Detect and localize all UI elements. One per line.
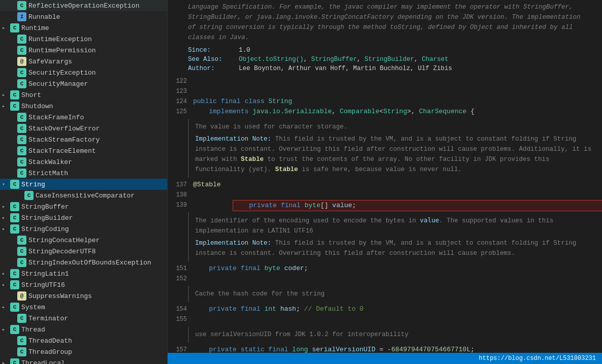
sidebar-item-stringdecoderutf8[interactable]: CStringDecoderUTF8 — [0, 246, 167, 257]
sidebar-item-label: Shutdown — [21, 103, 167, 110]
arrow-icon: ▸ — [2, 25, 10, 31]
class-icon: C — [17, 347, 26, 356]
sidebar-item-label: StackFrameInfo — [28, 114, 167, 121]
sidebar-item-label: SecurityManager — [28, 80, 167, 88]
code-section-class: 122 123 124 125 public final class Strin… — [168, 76, 602, 117]
arrow-icon: ▸ — [2, 204, 10, 210]
class-icon: C — [24, 191, 34, 200]
line-num-151: 151 — [172, 263, 187, 274]
sidebar-item-strictmath[interactable]: CStrictMath — [0, 168, 167, 179]
sidebar-item-terminator[interactable]: CTerminator — [0, 313, 167, 324]
sidebar-item-label: ThreadGroup — [28, 348, 167, 356]
sidebar-item-label: Short — [21, 91, 167, 99]
sidebar-item-label: StringIndexOutOfBoundsException — [28, 259, 167, 267]
sidebar-item-stackwalker[interactable]: CStackWalker — [0, 156, 167, 168]
sidebar-item-short[interactable]: ▸CShort — [0, 89, 167, 101]
sidebar-item-stringcoding[interactable]: ▸CStringCoding — [0, 223, 167, 235]
sidebar-item-shutdown[interactable]: ▸CShutdown — [0, 101, 167, 112]
class-icon: C — [17, 1, 26, 10]
sidebar-item-label: StringDecoderUTF8 — [28, 248, 167, 255]
sidebar-item-stringbuffer[interactable]: ▸CStringBuffer — [0, 201, 167, 212]
class-icon: C — [10, 358, 19, 364]
sidebar-item-label: ThreadLocal — [21, 359, 167, 365]
author-label: Author: — [188, 65, 239, 72]
class-icon: @ — [17, 291, 26, 301]
class-icon: C — [10, 280, 19, 289]
arrow-icon: ▸ — [2, 103, 10, 109]
sidebar-item-runnable[interactable]: IRunnable — [0, 11, 167, 22]
doc-block-2: The identifier of the encoding used to e… — [188, 212, 602, 261]
code-line-123 — [193, 86, 594, 96]
line-num-155: 155 — [172, 314, 187, 324]
sidebar-item-threaddeath[interactable]: CThreadDeath — [0, 335, 167, 346]
line-num-122: 122 — [172, 76, 187, 86]
sidebar-item-stackstreamfactory[interactable]: CStackStreamFactory — [0, 134, 167, 145]
sidebar-item-runtimepermission[interactable]: CRuntimePermission — [0, 45, 167, 56]
sidebar-item-label: ThreadDeath — [28, 337, 167, 345]
sidebar-item-label: StringConcatHelper — [28, 237, 167, 244]
sidebar-item-stackoverflowerror[interactable]: CStackOverflowError — [0, 123, 167, 134]
sidebar-item-caseinsensitivecomparator[interactable]: CCaseInsensitiveComparator — [0, 190, 167, 201]
code-section-hash: 154 155 private final int hash; // Defau… — [168, 304, 602, 324]
sidebar-item-string[interactable]: ▾CString — [0, 179, 167, 190]
sidebar-item-thread[interactable]: ▸CThread — [0, 324, 167, 335]
class-icon: C — [10, 224, 19, 234]
arrow-icon: ▾ — [2, 181, 10, 187]
see-also-label: See Also: — [188, 56, 239, 63]
doc1-text: The value is used for character storage. — [195, 122, 596, 132]
doc-block-3: Cache the hash code for the string — [188, 286, 602, 302]
content-area[interactable]: Language Specification. For example, the… — [168, 0, 602, 353]
doc3-text: Cache the hash code for the string — [195, 289, 596, 299]
sidebar-item-threadlocal[interactable]: ▸CThreadLocal — [0, 357, 167, 364]
sidebar-item-system[interactable]: ▸CSystem — [0, 302, 167, 313]
line-num-123: 123 — [172, 86, 187, 96]
sidebar-item-stacktraceelement[interactable]: CStackTraceElement — [0, 145, 167, 156]
class-icon: C — [17, 169, 26, 178]
class-icon: C — [10, 325, 19, 334]
doc2-impl-note-row: Implementation Note: This field is trust… — [195, 238, 596, 258]
code-line-125: implements java.io.Serializable, Compara… — [193, 107, 594, 117]
sidebar-item-label: RuntimeException — [28, 36, 167, 43]
class-icon: C — [17, 258, 26, 267]
class-icon: C — [17, 68, 26, 77]
line-num-124: 124 — [172, 96, 187, 107]
sidebar-item-stringbuilder[interactable]: ▸CStringBuilder — [0, 212, 167, 223]
class-icon: C — [17, 247, 26, 256]
line-num-157: 157 — [172, 345, 187, 353]
line-num-137: 137 — [172, 180, 187, 190]
class-icon: C — [17, 135, 26, 144]
sidebar-item-securitymanager[interactable]: CSecurityManager — [0, 78, 167, 89]
sidebar-item-label: String — [21, 181, 167, 188]
sidebar-item-stackframeinfo[interactable]: CStackFrameInfo — [0, 112, 167, 123]
footer-url: https://blog.csdn.net/L531003231 — [479, 355, 596, 362]
sidebar-item-reflectiveoperationexception[interactable]: CReflectiveOperationException — [0, 0, 167, 11]
doc1-impl-note-row: Implementation Note: This field is trust… — [195, 134, 596, 175]
sidebar-item-stringutf16[interactable]: ▸CStringUTF16 — [0, 279, 167, 290]
sidebar-item-stringlatin1[interactable]: ▸CStringLatin1 — [0, 268, 167, 279]
sidebar-item-stringconcathelper[interactable]: CStringConcatHelper — [0, 235, 167, 246]
sidebar-item-label: StringCoding — [21, 225, 167, 233]
sidebar-item-label: ReflectiveOperationException — [28, 2, 167, 10]
sidebar-item-safevarargs[interactable]: @SafeVarargs — [0, 56, 167, 67]
intro-text: Language Specification. For example, the… — [188, 4, 581, 41]
sidebar-item-label: SafeVarargs — [28, 58, 167, 65]
class-icon: C — [10, 23, 19, 32]
sidebar-item-label: Terminator — [28, 315, 167, 322]
line-num-154: 154 — [172, 304, 187, 314]
sidebar-item-threadgroup[interactable]: CThreadGroup — [0, 346, 167, 357]
sidebar-item-runtimeexception[interactable]: CRuntimeException — [0, 34, 167, 45]
class-icon: C — [17, 236, 26, 245]
line-num-138: 138 — [172, 190, 187, 200]
sidebar-item-runtime[interactable]: ▸CRuntime — [0, 22, 167, 34]
sidebar-item-stringindexoutofboundsexception[interactable]: CStringIndexOutOfBoundsException — [0, 257, 167, 268]
since-label: Since: — [188, 47, 239, 54]
code-line-137: @Stable — [193, 180, 594, 190]
code-line-122 — [193, 76, 594, 86]
sidebar-item-suppresswarnings[interactable]: @SuppressWarnings — [0, 290, 167, 302]
arrow-icon: ▸ — [2, 226, 10, 232]
class-icon: I — [17, 12, 26, 21]
sidebar-item-securityexception[interactable]: CSecurityException — [0, 67, 167, 78]
class-icon: C — [10, 213, 19, 222]
class-icon: C — [17, 46, 26, 55]
sidebar-item-label: StackOverflowError — [28, 125, 167, 133]
